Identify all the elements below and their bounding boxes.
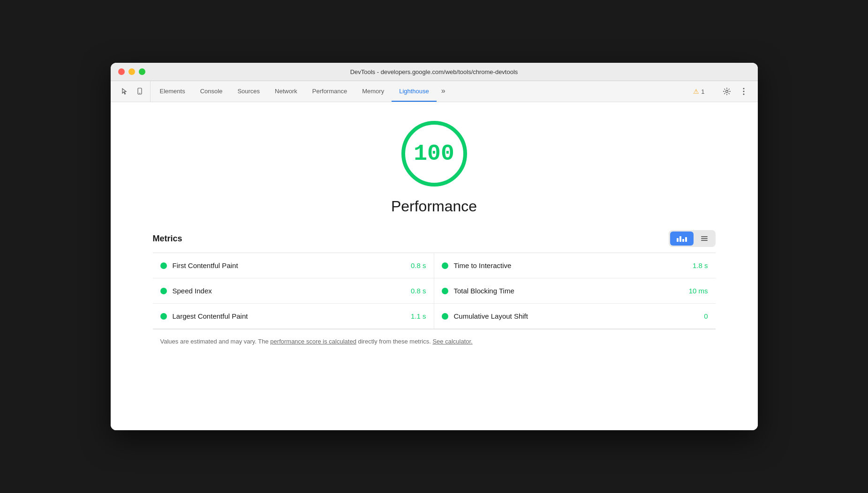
metric-row: Total Blocking Time 10 ms — [434, 278, 716, 304]
list-view-button[interactable] — [694, 232, 714, 246]
tab-memory[interactable]: Memory — [355, 81, 392, 102]
metric-name-cls: Cumulative Layout Shift — [454, 312, 699, 320]
tab-lighthouse[interactable]: Lighthouse — [392, 81, 437, 102]
metrics-section: Metrics — [153, 230, 716, 354]
tab-elements[interactable]: Elements — [152, 81, 193, 102]
score-circle: 100 — [401, 121, 467, 187]
nav-tabs: Elements Console Sources Network Perform… — [152, 81, 450, 102]
close-button[interactable] — [118, 68, 125, 75]
metric-value-cls: 0 — [704, 312, 708, 320]
svg-point-4 — [743, 91, 744, 92]
view-toggle — [669, 230, 716, 247]
metric-dot-si — [160, 288, 167, 294]
warning-icon: ⚠ — [693, 88, 699, 95]
traffic-lights — [118, 68, 145, 75]
svg-point-5 — [743, 94, 744, 95]
window-title: DevTools - developers.google.com/web/too… — [350, 68, 518, 75]
metrics-header: Metrics — [153, 230, 716, 247]
score-value: 100 — [414, 142, 454, 165]
metrics-grid: First Contentful Paint 0.8 s Time to Int… — [153, 253, 716, 329]
cursor-tool-button[interactable] — [118, 85, 131, 98]
calculator-link[interactable]: See calculator. — [432, 338, 472, 345]
performance-score-link[interactable]: performance score is calculated — [270, 338, 356, 345]
metric-row: Largest Contentful Paint 1.1 s — [153, 304, 434, 329]
metric-name-tti: Time to Interactive — [454, 261, 687, 269]
list-icon — [701, 236, 708, 241]
minimize-button[interactable] — [128, 68, 135, 75]
metric-row: First Contentful Paint 0.8 s — [153, 253, 434, 278]
metric-row: Time to Interactive 1.8 s — [434, 253, 716, 278]
main-content: 100 Performance Metrics — [111, 102, 758, 430]
score-label: Performance — [391, 198, 477, 215]
settings-button[interactable] — [720, 85, 733, 98]
metric-dot-lcp — [160, 313, 167, 320]
toolbar: Elements Console Sources Network Perform… — [111, 81, 758, 102]
devtools-window: DevTools - developers.google.com/web/too… — [111, 63, 758, 430]
tab-performance[interactable]: Performance — [305, 81, 355, 102]
metric-value-lcp: 1.1 s — [411, 312, 426, 320]
metric-value-si: 0.8 s — [411, 287, 426, 295]
more-tabs-button[interactable]: » — [437, 81, 450, 102]
metric-name-si: Speed Index — [173, 287, 405, 295]
svg-rect-1 — [139, 93, 140, 94]
metric-value-tbt: 10 ms — [689, 287, 708, 295]
metrics-title: Metrics — [153, 234, 182, 244]
metric-dot-cls — [442, 313, 448, 320]
toolbar-right: ⚠ 1 — [686, 81, 754, 102]
footer-note: Values are estimated and may vary. The p… — [153, 329, 716, 354]
title-bar: DevTools - developers.google.com/web/too… — [111, 63, 758, 81]
more-options-button[interactable] — [737, 85, 750, 98]
toolbar-icon-group — [114, 81, 151, 102]
metric-row: Speed Index 0.8 s — [153, 278, 434, 304]
metric-name-fcp: First Contentful Paint — [173, 261, 405, 269]
tab-sources[interactable]: Sources — [230, 81, 267, 102]
metric-name-lcp: Largest Contentful Paint — [173, 312, 405, 320]
svg-point-2 — [725, 90, 728, 93]
metric-dot-tbt — [442, 288, 448, 294]
metric-dot-tti — [442, 262, 448, 269]
tab-console[interactable]: Console — [193, 81, 230, 102]
bar-chart-icon — [677, 235, 687, 242]
metric-dot-fcp — [160, 262, 167, 269]
metric-row: Cumulative Layout Shift 0 — [434, 304, 716, 329]
metric-value-fcp: 0.8 s — [411, 261, 426, 269]
maximize-button[interactable] — [139, 68, 145, 75]
metric-name-tbt: Total Blocking Time — [454, 287, 683, 295]
device-toggle-button[interactable] — [133, 85, 146, 98]
score-section: 100 Performance — [139, 121, 730, 215]
tab-network[interactable]: Network — [267, 81, 305, 102]
warning-badge[interactable]: ⚠ 1 — [689, 86, 708, 97]
metric-value-tti: 1.8 s — [693, 261, 708, 269]
svg-point-3 — [743, 88, 744, 90]
bar-view-button[interactable] — [670, 232, 694, 246]
